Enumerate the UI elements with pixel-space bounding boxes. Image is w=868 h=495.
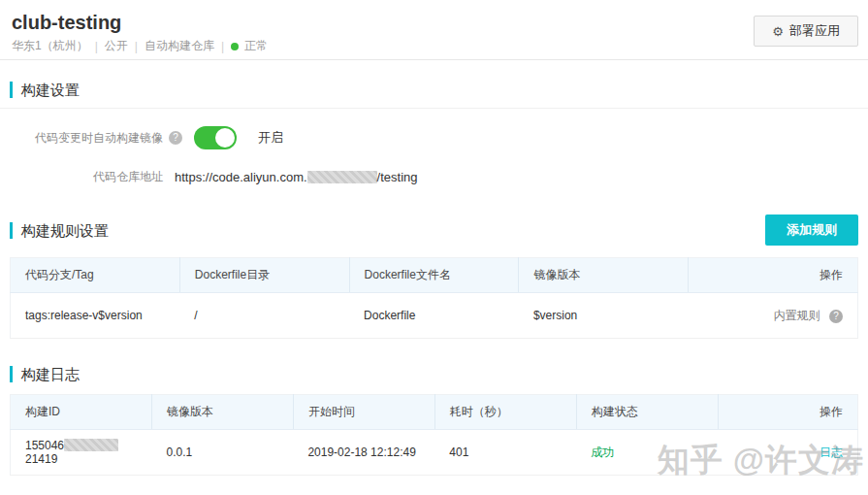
build-rules-section: 构建规则设置 添加规则 代码分支/Tag Dockerfile目录 Docker… [0, 214, 868, 339]
cell-branch-tag: tags:release-v$version [11, 293, 180, 339]
repo-url-row: 代码仓库地址 https://code.aliyun.com./testing [10, 169, 858, 185]
auto-build-row: 代码变更时自动构建镜像 ? 开启 [10, 126, 858, 149]
cell-dockerfile-name: Dockerfile [349, 293, 519, 339]
cell-duration: 401 [434, 430, 576, 476]
col-image-version: 镜像版本 [519, 258, 689, 293]
repository-detail-page: club-testing 华东1（杭州） | 公开 | 自动构建仓库 | 正常 … [0, 0, 868, 495]
page-header: club-testing 华东1（杭州） | 公开 | 自动构建仓库 | 正常 … [0, 0, 868, 60]
build-rule-row: tags:release-v$version / Dockerfile $ver… [11, 293, 858, 339]
cell-rule-action: 内置规则 ? [689, 293, 858, 339]
repo-region: 华东1（杭州） [12, 38, 88, 54]
col-dockerfile-dir: Dockerfile目录 [179, 258, 349, 293]
col-build-status: 构建状态 [576, 395, 718, 430]
build-rules-title: 构建规则设置 [10, 222, 109, 239]
col-dockerfile-name: Dockerfile文件名 [349, 258, 519, 293]
view-log-link[interactable]: 日志 [820, 446, 843, 459]
col-log-actions: 操作 [718, 395, 857, 430]
deploy-app-button[interactable]: ⚙ 部署应用 [754, 16, 858, 47]
cell-dockerfile-dir: / [179, 293, 349, 339]
page-title: club-testing [12, 10, 268, 35]
col-log-image-version: 镜像版本 [151, 395, 293, 430]
build-logs-title: 构建日志 [10, 366, 80, 382]
build-rules-title-row: 构建规则设置 添加规则 [0, 214, 868, 246]
build-settings-form: 代码变更时自动构建镜像 ? 开启 代码仓库地址 https://code.ali… [0, 109, 868, 185]
repo-url-prefix: https://code.aliyun.com. [175, 170, 307, 184]
builtin-rule-label: 内置规则 [774, 309, 820, 322]
deploy-gear-icon: ⚙ [772, 25, 784, 38]
build-id-suffix: 21419 [25, 452, 57, 466]
build-settings-title-row: 构建设置 [0, 82, 868, 98]
build-id-prefix: 155046 [25, 439, 64, 452]
build-logs-table: 构建ID 镜像版本 开始时间 耗时（秒） 构建状态 操作 15504621419… [10, 394, 858, 476]
build-settings-section: 构建设置 代码变更时自动构建镜像 ? 开启 代码仓库地址 https://cod… [0, 82, 868, 185]
deploy-app-button-label: 部署应用 [789, 22, 840, 40]
col-branch-tag: 代码分支/Tag [11, 258, 180, 293]
build-settings-title: 构建设置 [10, 82, 80, 98]
cell-log-image-version: 0.0.1 [151, 430, 293, 476]
auto-build-label: 代码变更时自动构建镜像 [10, 130, 163, 147]
meta-separator: | [135, 40, 138, 53]
repo-url-suffix: /testing [377, 170, 418, 184]
cell-image-version: $version [519, 293, 689, 339]
col-start-time: 开始时间 [293, 395, 434, 430]
build-rules-table: 代码分支/Tag Dockerfile目录 Dockerfile文件名 镜像版本… [10, 257, 858, 339]
cell-build-status: 成功 [576, 430, 718, 476]
repo-type: 自动构建仓库 [145, 38, 214, 54]
toggle-state-label: 开启 [258, 129, 283, 147]
build-log-row: 15504621419 0.0.1 2019-02-18 12:12:49 40… [11, 430, 858, 476]
meta-separator: | [221, 40, 224, 53]
redacted-build-id-segment [64, 439, 118, 451]
builtin-rule-help-icon[interactable]: ? [829, 310, 843, 323]
auto-build-toggle[interactable] [194, 126, 237, 149]
build-logs-title-row: 构建日志 [0, 366, 868, 382]
col-duration: 耗时（秒） [434, 395, 576, 430]
repo-url-value: https://code.aliyun.com./testing [175, 170, 418, 184]
build-logs-section: 构建日志 构建ID 镜像版本 开始时间 耗时（秒） 构建状态 操作 155046… [0, 366, 868, 476]
col-build-id: 构建ID [11, 395, 152, 430]
toggle-knob [215, 128, 235, 148]
redacted-url-segment [307, 171, 377, 183]
auto-build-help-icon[interactable]: ? [169, 131, 182, 145]
repo-url-label: 代码仓库地址 [10, 169, 163, 185]
cell-log-action: 日志 [718, 430, 857, 476]
build-logs-header-row: 构建ID 镜像版本 开始时间 耗时（秒） 构建状态 操作 [11, 395, 858, 430]
build-status-success: 成功 [591, 446, 614, 459]
header-left: club-testing 华东1（杭州） | 公开 | 自动构建仓库 | 正常 [12, 10, 268, 54]
repo-visibility: 公开 [105, 38, 128, 54]
build-rules-header-row: 代码分支/Tag Dockerfile目录 Dockerfile文件名 镜像版本… [11, 258, 858, 293]
repo-status: 正常 [244, 38, 268, 54]
col-actions: 操作 [689, 258, 858, 293]
repo-meta: 华东1（杭州） | 公开 | 自动构建仓库 | 正常 [12, 38, 268, 54]
add-rule-button[interactable]: 添加规则 [765, 214, 858, 246]
status-dot-icon [231, 43, 239, 50]
cell-start-time: 2019-02-18 12:12:49 [293, 430, 434, 476]
cell-build-id: 15504621419 [11, 430, 152, 476]
meta-separator: | [95, 40, 98, 53]
